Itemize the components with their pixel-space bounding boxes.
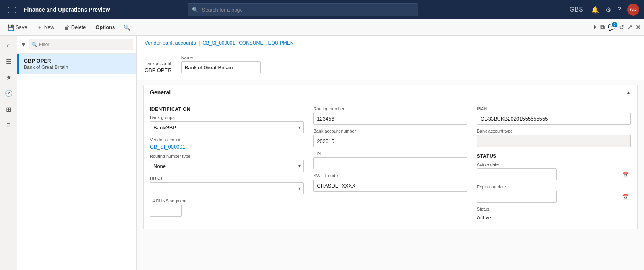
list-panel: ▼ 🔍 GBP OPER Bank of Great Britain xyxy=(17,36,137,270)
swift-code-input[interactable] xyxy=(313,180,467,192)
close-icon[interactable]: ✕ xyxy=(636,23,641,31)
detail-header: Bank account GBP OPER Name xyxy=(137,50,644,80)
status-value-field: Status Active xyxy=(477,207,631,222)
duns-field: DUNS xyxy=(150,176,304,194)
section-header[interactable]: General ▲ xyxy=(144,85,637,100)
bank-account-number-input[interactable] xyxy=(313,135,467,147)
new-button[interactable]: ＋ New xyxy=(33,22,58,33)
identification-header-field: IDENTIFICATION xyxy=(150,106,304,112)
section-chevron-icon: ▲ xyxy=(626,90,631,95)
breadcrumb: Vendor bank accounts | GB_SI_000001 : CO… xyxy=(137,36,644,50)
toolbar-right: ✦ ⧉ 💬 0 ↺ ⤢ ✕ xyxy=(592,23,641,31)
list-item-subtitle: Bank of Great Britain xyxy=(24,65,132,70)
expiration-date-calendar-icon[interactable]: 📅 xyxy=(622,194,628,200)
personalize-icon[interactable]: ✦ xyxy=(592,23,597,31)
duns-select-wrap xyxy=(150,182,304,194)
user-avatar[interactable]: AD xyxy=(627,4,639,16)
top-nav: ⋮⋮ Finance and Operations Preview 🔍 GBSI… xyxy=(0,0,644,19)
help-icon[interactable]: ? xyxy=(617,6,621,13)
bank-account-value: GBP OPER xyxy=(145,67,172,73)
bank-groups-label: Bank groups xyxy=(150,115,304,120)
filter-icon[interactable]: ☰ xyxy=(2,55,15,68)
side-icons: ⌂ ☰ ★ 🕐 ⊞ ≡ xyxy=(0,36,17,270)
bank-account-label: Bank account xyxy=(145,61,172,66)
list-item-title: GBP OPER xyxy=(24,58,132,64)
save-icon: 💾 xyxy=(7,24,14,31)
routing-number-input[interactable] xyxy=(313,113,467,125)
routing-number-type-select[interactable]: None xyxy=(150,160,304,172)
iban-column: IBAN Bank account type STATUS Active dat… xyxy=(477,106,631,222)
breadcrumb-detail: GB_SI_000001 : CONSUMER EQUIPMENT xyxy=(202,40,297,46)
messages-icon-wrapper[interactable]: 💬 0 xyxy=(608,23,616,31)
bank-account-field-group: Bank account GBP OPER xyxy=(145,61,172,73)
cin-input[interactable] xyxy=(313,157,467,169)
detail-panel: Vendor bank accounts | GB_SI_000001 : CO… xyxy=(137,36,644,270)
routing-number-type-select-wrap: None xyxy=(150,160,304,172)
list-filter-icon[interactable]: ▼ xyxy=(21,41,26,48)
toolbar-search-icon[interactable]: 🔍 xyxy=(124,24,130,31)
routing-number-label: Routing number xyxy=(313,106,467,111)
bank-account-type-input[interactable] xyxy=(477,135,631,147)
section-body: IDENTIFICATION Bank groups BankGBP Vendo… xyxy=(144,100,637,229)
bank-account-type-field: Bank account type xyxy=(477,129,631,147)
detail-header-row: Bank account GBP OPER Name xyxy=(145,55,636,73)
home-icon[interactable]: ⌂ xyxy=(2,39,15,52)
duns-segment-input[interactable] xyxy=(150,205,182,217)
refresh-icon[interactable]: ↺ xyxy=(619,23,624,31)
iban-label: IBAN xyxy=(477,106,631,111)
active-date-input[interactable] xyxy=(477,168,557,180)
open-in-new-icon[interactable]: ⧉ xyxy=(600,24,605,31)
search-input[interactable] xyxy=(202,7,414,13)
status-field-value: Active xyxy=(477,213,631,222)
expiration-date-wrap: 📅 xyxy=(477,191,631,203)
delete-icon: 🗑 xyxy=(64,24,70,31)
filter-input[interactable] xyxy=(39,42,130,47)
main-layout: ⌂ ☰ ★ 🕐 ⊞ ≡ ▼ 🔍 GBP OPER Bank of Great B… xyxy=(0,36,644,270)
filter-search-icon: 🔍 xyxy=(31,42,37,47)
messages-badge: 0 xyxy=(612,22,617,27)
bank-account-number-field: Bank account number xyxy=(313,129,467,147)
user-code: GBSI xyxy=(570,6,585,13)
delete-button[interactable]: 🗑 Delete xyxy=(60,23,90,32)
iban-input[interactable] xyxy=(477,113,631,125)
duns-label: DUNS xyxy=(150,176,304,181)
recent-icon[interactable]: 🕐 xyxy=(2,87,15,100)
top-nav-right: GBSI 🔔 ⚙ ? AD xyxy=(570,4,639,16)
active-date-wrap: 📅 xyxy=(477,168,631,180)
favorites-icon[interactable]: ★ xyxy=(2,71,15,84)
vendor-account-field: Vendor account GB_SI_000001 xyxy=(150,137,304,150)
vendor-account-link[interactable]: GB_SI_000001 xyxy=(150,144,304,150)
duns-select[interactable] xyxy=(150,182,304,194)
list-item[interactable]: GBP OPER Bank of Great Britain xyxy=(17,54,136,74)
list-icon[interactable]: ≡ xyxy=(2,119,15,131)
cin-label: CIN xyxy=(313,151,467,156)
notification-icon[interactable]: 🔔 xyxy=(591,6,599,14)
grid-menu-icon[interactable]: ⋮⋮ xyxy=(5,5,19,14)
active-date-calendar-icon[interactable]: 📅 xyxy=(622,172,628,178)
breadcrumb-link[interactable]: Vendor bank accounts xyxy=(145,40,196,46)
swift-code-label: SWIFT code xyxy=(313,173,467,178)
active-date-field: Active date 📅 xyxy=(477,162,631,180)
identification-column: IDENTIFICATION Bank groups BankGBP Vendo… xyxy=(150,106,304,222)
search-icon: 🔍 xyxy=(192,7,198,13)
active-date-label: Active date xyxy=(477,162,631,167)
routing-number-type-field: Routing number type None xyxy=(150,154,304,172)
expiration-date-label: Expiration date xyxy=(477,184,631,189)
routing-number-type-label: Routing number type xyxy=(150,154,304,158)
expiration-date-field: Expiration date 📅 xyxy=(477,184,631,203)
plus-icon: ＋ xyxy=(37,24,43,31)
search-bar: 🔍 xyxy=(188,3,418,16)
settings-icon[interactable]: ⚙ xyxy=(605,6,611,14)
save-button[interactable]: 💾 Save xyxy=(3,23,31,32)
workspace-icon[interactable]: ⊞ xyxy=(2,103,15,115)
status-section: STATUS Active date 📅 Expiration date xyxy=(477,153,631,222)
swift-code-field: SWIFT code xyxy=(313,173,467,192)
app-title: Finance and Operations Preview xyxy=(24,6,110,13)
breadcrumb-separator: | xyxy=(198,40,200,46)
expiration-date-input[interactable] xyxy=(477,191,557,203)
section-title: General xyxy=(150,89,171,96)
expand-icon[interactable]: ⤢ xyxy=(627,23,632,31)
options-button[interactable]: Options xyxy=(91,23,119,32)
bank-groups-select[interactable]: BankGBP xyxy=(150,121,304,133)
name-input[interactable] xyxy=(181,61,261,73)
